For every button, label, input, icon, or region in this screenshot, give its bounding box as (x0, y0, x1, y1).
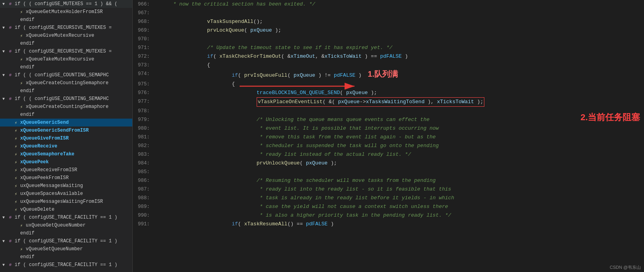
tree-label-xQueueReceive: xQueueReceive (20, 144, 57, 149)
tree-item-5[interactable]: ⚡ xQueueGiveMutexRecursive (0, 32, 132, 40)
tree-label-8: xQueueTakeMutexRecursive (26, 57, 94, 62)
tree-label-29: uxQueueGetQueueNumber (26, 223, 86, 228)
code-line-977: 977: vTaskPlaceOnEventList( &( pxQueue->… (133, 97, 644, 107)
line-num-991: 991: (133, 220, 154, 229)
function-icon-25: ⚡ (13, 191, 19, 197)
tree-item-15[interactable]: endif (0, 111, 132, 119)
line-num-982: 982: (133, 142, 154, 150)
code-line-984: 984: prvUnlockQueue( pxQueue ); (133, 159, 644, 168)
tree-item-30[interactable]: endif (0, 229, 132, 237)
tree-label-12: endif (20, 88, 34, 94)
expand-icon-1 (1, 1, 6, 7)
tree-item-9[interactable]: endif (0, 63, 132, 71)
expand-icon-7 (1, 49, 6, 54)
line-content-987: * ready list into the ready list - so it… (154, 185, 644, 194)
line-num-973: 973: (133, 61, 154, 70)
function-icon-27: ⚡ (13, 206, 19, 213)
line-num-980: 980: (133, 124, 154, 133)
tree-item-28[interactable]: # if ( configUSE_TRACE_FACILITY == 1 ) (0, 213, 132, 221)
tree-label-uxQueueMessagesWaitingFromISR: uxQueueMessagesWaitingFromISR (20, 199, 103, 204)
line-num-986: 986: (133, 176, 154, 185)
tree-label-xQueueSemaphoreTake: xQueueSemaphoreTake (20, 151, 74, 157)
tree-item-29[interactable]: ⚡ uxQueueGetQueueNumber (0, 221, 132, 229)
tree-item-xQueueReceiveFromISR[interactable]: ⚡ xQueueReceiveFromISR (0, 166, 132, 174)
spacer-icon-9 (13, 64, 19, 70)
tree-item-xQueueSemaphoreTake[interactable]: ⚡ xQueueSemaphoreTake (0, 150, 132, 158)
line-content-976: traceBLOCKING_ON_QUEUE_SEND( pxQueue ); (154, 89, 644, 97)
line-num-985: 985: (133, 168, 154, 176)
tree-item-32[interactable]: ⚡ vQueueSetQueueNumber (0, 245, 132, 253)
code-line-986: 986: /* Resuming the scheduler will move… (133, 176, 644, 185)
tree-item-uxQueueMessagesWaitingFromISR[interactable]: ⚡ uxQueueMessagesWaitingFromISR (0, 198, 132, 206)
tree-label-3: endif (20, 17, 34, 23)
tree-label-uxQueueMessagesWaiting: uxQueueMessagesWaiting (20, 183, 83, 189)
tree-item-12[interactable]: endif (0, 87, 132, 95)
tree-item-xQueueGenericSend[interactable]: ⚡ xQueueGenericSend (0, 119, 132, 127)
tree-item-11[interactable]: ⚡ xQueueCreateCountingSemaphore (0, 79, 132, 87)
line-num-984: 984: (133, 159, 154, 168)
tree-item-xQueueReceive[interactable]: ⚡ xQueueReceive (0, 142, 132, 150)
code-line-982: 982: * scheduler is suspended the task w… (133, 142, 644, 150)
line-num-967: 967: (133, 9, 154, 17)
tree-item-2[interactable]: ⚡ xQueueGetMutexHolderFromISR (0, 8, 132, 16)
tree-item-xQueuePeek[interactable]: ⚡ xQueuePeek (0, 158, 132, 166)
tree-label-xQueuePeek: xQueuePeek (20, 159, 49, 165)
line-content-977: vTaskPlaceOnEventList( &( pxQueue->xTask… (154, 97, 644, 107)
tree-item-4[interactable]: # if ( configUSE_RECURSIVE_MUTEXES = (0, 24, 132, 32)
tree-label-15: endif (20, 112, 34, 117)
tree-item-14[interactable]: ⚡ xQueueCreateCountingSemaphore (0, 103, 132, 111)
tree-item-10[interactable]: # if ( ( configUSE_COUNTING_SEMAPHC (0, 71, 132, 79)
tree-item-6[interactable]: endif (0, 40, 132, 47)
expand-icon-34 (1, 262, 6, 268)
spacer-icon-33 (13, 254, 19, 260)
code-line-974: 974: if( prvIsQueueFull( pxQueue ) != pd… (133, 70, 644, 80)
code-line-972: 972: if( xTaskCheckForTimeOut( &xTimeOut… (133, 52, 644, 61)
tree-item-xQueueGenericSendFromISR[interactable]: ⚡ xQueueGenericSendFromISR (0, 127, 132, 134)
function-icon-11: ⚡ (18, 80, 25, 86)
hashtag-icon-13: # (7, 96, 13, 102)
expand-icon-10 (1, 72, 6, 78)
function-icon-22: ⚡ (13, 167, 19, 173)
line-content-983: * ready list instead of the actual ready… (154, 150, 644, 159)
tree-label-xQueueGenericSendFromISR: xQueueGenericSendFromISR (20, 128, 89, 133)
tree-item-34[interactable]: # if ( configUSE_TRACE_FACILITY == 1 ) (0, 261, 132, 269)
hashtag-icon-31: # (7, 238, 13, 244)
tree-item-13[interactable]: # if ( ( configUSE_COUNTING_SEMAPHC (0, 95, 132, 103)
tree-item-31[interactable]: # if ( configUSE_TRACE_FACILITY == 1 ) (0, 237, 132, 245)
tree-label-14: xQueueCreateCountingSemaphore (26, 104, 109, 110)
line-content-974: if( prvIsQueueFull( pxQueue ) != pdFALSE… (154, 70, 644, 80)
tree-item-33[interactable]: endif (0, 253, 132, 261)
code-line-989: 989: * case the yield will not cause a c… (133, 202, 644, 211)
tree-item-8[interactable]: ⚡ xQueueTakeMutexRecursive (0, 55, 132, 63)
line-content-968: vTaskSuspendAll(); (154, 17, 644, 26)
tree-label-6: endif (20, 41, 34, 46)
tree-label-30: endif (20, 230, 34, 236)
tree-item-uxQueueSpacesAvailable[interactable]: ⚡ uxQueueSpacesAvailable (0, 190, 132, 198)
expand-icon-4 (1, 25, 6, 30)
annotation-queue-full: 1.队列满 (368, 70, 398, 78)
line-content-981: * remove this task from the event list a… (154, 133, 644, 142)
tree-item-xQueueGiveFromISR[interactable]: ⚡ xQueueGiveFromISR (0, 134, 132, 142)
tree-item-7[interactable]: # if ( configUSE_RECURSIVE_MUTEXES = (0, 47, 132, 55)
file-tree-sidebar[interactable]: # if ( ( configUSE_MUTEXES == 1 ) && ( ⚡… (0, 0, 133, 272)
function-icon-18: ⚡ (13, 135, 19, 142)
code-line-988: 988: * task is already in the ready list… (133, 194, 644, 202)
tree-item-vQueueDelete[interactable]: ⚡ vQueueDelete (0, 206, 132, 213)
line-num-970: 970: (133, 35, 154, 43)
line-content-990: * is also a higher priority task in the … (154, 211, 644, 220)
function-icon-16: ⚡ (13, 119, 19, 126)
tree-item-1[interactable]: # if ( ( configUSE_MUTEXES == 1 ) && ( (0, 0, 132, 8)
tree-label-xQueueReceiveFromISR: xQueueReceiveFromISR (20, 167, 77, 173)
tree-label-9: endif (20, 64, 34, 70)
tree-item-xQueuePeekFromISR[interactable]: ⚡ xQueuePeekFromISR (0, 174, 132, 182)
expand-icon-31 (1, 238, 6, 244)
tree-label-5: xQueueGiveMutexRecursive (26, 33, 94, 38)
function-icon-8: ⚡ (18, 56, 25, 62)
line-num-990: 990: (133, 211, 154, 220)
watermark: CSDN @韦东山 (610, 264, 641, 270)
tree-label-32: vQueueSetQueueNumber (26, 246, 83, 252)
tree-item-3[interactable]: endif (0, 16, 132, 24)
tree-item-uxQueueMessagesWaiting[interactable]: ⚡ uxQueueMessagesWaiting (0, 182, 132, 190)
function-icon-32: ⚡ (18, 246, 25, 252)
tree-label-uxQueueSpacesAvailable: uxQueueSpacesAvailable (20, 191, 83, 196)
